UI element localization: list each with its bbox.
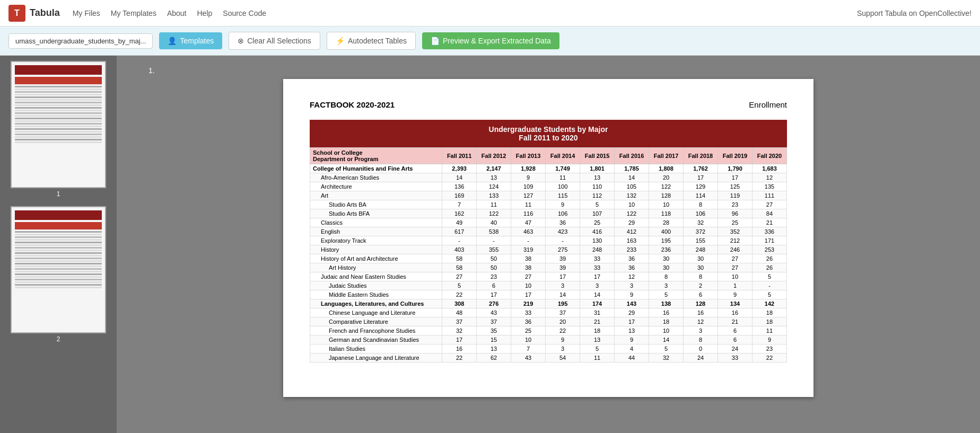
data-cell: 21 <box>718 317 752 326</box>
data-cell: 122 <box>649 182 684 191</box>
data-cell: 423 <box>546 227 580 236</box>
data-cell: 124 <box>477 182 511 191</box>
table-row: History403355319275248233236248246253 <box>310 245 787 254</box>
data-cell: 27 <box>511 272 546 281</box>
data-cell: 3 <box>546 281 580 290</box>
data-cell: 233 <box>615 245 649 254</box>
data-cell: 162 <box>442 209 477 218</box>
data-cell: 10 <box>511 335 546 344</box>
col-header-school: School or College Department or Program <box>310 148 442 164</box>
pdf-header-left: FACTBOOK 2020-2021 <box>310 100 395 109</box>
data-cell: 5 <box>752 290 786 299</box>
data-cell: 212 <box>718 236 752 245</box>
page-number-2: 2 <box>57 335 60 343</box>
data-cell: 32 <box>649 354 684 363</box>
table-row: Japanese Language and Literature22624354… <box>310 354 787 363</box>
data-cell: 143 <box>615 299 649 308</box>
data-cell: 105 <box>615 182 649 191</box>
data-cell: 17 <box>477 290 511 299</box>
data-cell: 142 <box>752 299 786 308</box>
sidebar-page-1[interactable]: 1 <box>11 61 106 198</box>
data-cell: 16 <box>649 308 684 317</box>
row-label-cell: Studio Arts BA <box>310 200 442 209</box>
data-cell: 5 <box>649 290 684 299</box>
data-cell: 6 <box>477 281 511 290</box>
data-cell: 12 <box>752 173 786 182</box>
table-row: Exploratory Track----130163195155212171 <box>310 236 787 245</box>
data-cell: 22 <box>442 354 477 363</box>
table-row: Studio Arts BFA1621221161061071221181069… <box>310 209 787 218</box>
clear-button[interactable]: ⊗ Clear All Selections <box>229 32 320 50</box>
nav-my-files[interactable]: My Files <box>73 7 100 20</box>
table-row: Art169133127115112132128114119111 <box>310 191 787 200</box>
col-fall2015: Fall 2015 <box>580 148 615 164</box>
brand-name: Tabula <box>30 7 60 19</box>
autodetect-icon: ⚡ <box>336 37 345 45</box>
page-indicator: 1. <box>148 66 155 75</box>
data-cell: 135 <box>752 182 786 191</box>
data-cell: 219 <box>511 299 546 308</box>
nav-source-code[interactable]: Source Code <box>223 7 266 20</box>
data-cell: 9 <box>546 200 580 209</box>
data-cell: 5 <box>580 344 615 354</box>
nav-help[interactable]: Help <box>197 7 213 20</box>
data-cell: 25 <box>718 218 752 227</box>
data-cell: 17 <box>718 173 752 182</box>
data-cell: 236 <box>649 245 684 254</box>
data-cell: 127 <box>511 191 546 200</box>
row-label-cell: Italian Studies <box>310 344 442 354</box>
nav-my-templates[interactable]: My Templates <box>111 7 156 20</box>
table-row: French and Francophone Studies3235252218… <box>310 326 787 335</box>
data-cell: 133 <box>477 191 511 200</box>
data-cell: 14 <box>442 173 477 182</box>
data-cell: 125 <box>718 182 752 191</box>
data-cell: 26 <box>752 254 786 263</box>
data-cell: 16 <box>684 308 718 317</box>
data-cell: 38 <box>511 263 546 272</box>
data-cell: 30 <box>649 263 684 272</box>
templates-button[interactable]: 👤 Templates <box>159 32 222 49</box>
row-label-cell: Classics <box>310 218 442 227</box>
table-body: College of Humanities and Fine Arts2,393… <box>310 164 787 363</box>
data-cell: 11 <box>511 200 546 209</box>
data-cell: 27 <box>752 200 786 209</box>
page-thumbnail-2[interactable] <box>11 206 106 333</box>
data-cell: 29 <box>615 308 649 317</box>
data-cell: 12 <box>684 317 718 326</box>
data-cell: 1,683 <box>752 164 786 173</box>
page-thumbnail-1[interactable] <box>11 61 106 188</box>
col-fall2019: Fall 2019 <box>718 148 752 164</box>
table-row: Afro-American Studies1413911131420171712 <box>310 173 787 182</box>
data-cell: 1,749 <box>546 164 580 173</box>
data-cell: 18 <box>649 317 684 326</box>
data-cell: 13 <box>477 173 511 182</box>
data-cell: 35 <box>477 326 511 335</box>
data-cell: 3 <box>546 344 580 354</box>
page-number-1: 1 <box>57 190 60 198</box>
toolbar: umass_undergraduate_students_by_maj... 👤… <box>0 26 980 56</box>
data-cell: 195 <box>649 236 684 245</box>
nav-about[interactable]: About <box>167 7 187 20</box>
sidebar-page-2[interactable]: 2 <box>11 206 106 343</box>
col-fall2013: Fall 2013 <box>511 148 546 164</box>
data-cell: 9 <box>718 290 752 299</box>
data-cell: 44 <box>615 354 649 363</box>
data-cell: 16 <box>718 308 752 317</box>
data-cell: 18 <box>752 317 786 326</box>
data-cell: 106 <box>684 209 718 218</box>
data-cell: 6 <box>718 335 752 344</box>
data-cell: 14 <box>546 290 580 299</box>
data-cell: 11 <box>546 173 580 182</box>
row-label-cell: History <box>310 245 442 254</box>
data-cell: 17 <box>615 317 649 326</box>
autodetect-button[interactable]: ⚡ Autodetect Tables <box>327 32 416 50</box>
data-cell: 13 <box>580 173 615 182</box>
data-cell: 2 <box>684 281 718 290</box>
data-cell: 6 <box>684 290 718 299</box>
data-cell: 155 <box>684 236 718 245</box>
data-cell: 130 <box>580 236 615 245</box>
support-text: Support Tabula on OpenCollective! <box>857 9 972 17</box>
col-header-school-label: School or College <box>313 149 439 156</box>
export-button[interactable]: 📄 Preview & Export Extracted Data <box>422 32 559 49</box>
data-cell: 13 <box>477 344 511 354</box>
